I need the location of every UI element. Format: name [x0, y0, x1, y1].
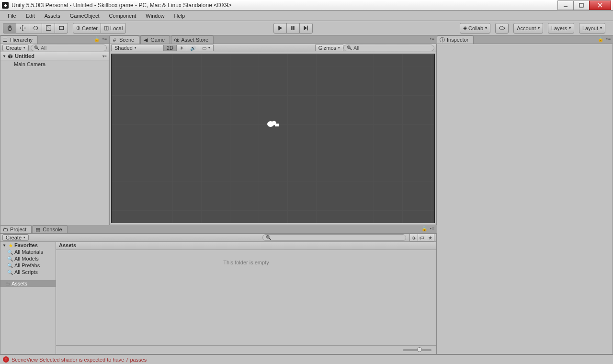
menu-help[interactable]: Help: [169, 11, 190, 20]
rotate-tool-button[interactable]: [29, 23, 42, 34]
fav-all-models[interactable]: 🔍All Models: [0, 255, 56, 262]
icon-size-slider[interactable]: [403, 349, 431, 351]
rect-tool-button[interactable]: [55, 23, 68, 34]
inspector-lock-icon[interactable]: 🔒: [598, 36, 603, 42]
project-panel-menu-icon[interactable]: ▪≡: [430, 226, 435, 231]
pivot-center-button[interactable]: ⊕ Center: [73, 23, 101, 34]
inspector-panel: [437, 44, 613, 354]
step-button[interactable]: [299, 23, 313, 34]
unity-scene-icon: [8, 54, 13, 59]
scene-panel-menu-icon[interactable]: ▪≡: [430, 36, 435, 41]
filter-by-type-button[interactable]: ⬗: [409, 234, 418, 241]
search-icon: 🔍: [7, 270, 13, 275]
lighting-toggle[interactable]: ☀: [176, 45, 187, 51]
menu-gameobject[interactable]: GameObject: [65, 11, 104, 20]
menu-file[interactable]: File: [3, 11, 21, 20]
fx-dropdown[interactable]: ▭: [199, 45, 214, 51]
scene-search-input[interactable]: All: [343, 45, 434, 51]
menu-window[interactable]: Window: [141, 11, 169, 20]
menu-bar: File Edit Assets GameObject Component Wi…: [0, 11, 613, 21]
project-search-input[interactable]: [262, 234, 406, 241]
cloud-button[interactable]: [495, 23, 509, 34]
project-tabstrip: 🗀Project ▤Console 🔒▪≡: [0, 225, 437, 233]
menu-edit[interactable]: Edit: [21, 11, 40, 20]
lock-icon[interactable]: 🔒: [94, 36, 100, 42]
console-icon: ▤: [35, 227, 41, 232]
play-button[interactable]: [273, 23, 287, 34]
project-breadcrumb[interactable]: Assets: [56, 242, 436, 250]
inspector-tab[interactable]: ⓘInspector: [437, 35, 474, 44]
hierarchy-create-dropdown[interactable]: Create: [2, 45, 29, 51]
status-bar[interactable]: ! SceneView Selected shader is expected …: [0, 354, 613, 364]
game-tab[interactable]: ◀Game: [140, 35, 170, 44]
fav-all-scripts[interactable]: 🔍All Scripts: [0, 269, 56, 275]
panel-menu-icon[interactable]: ▪≡: [102, 36, 107, 42]
pivot-local-button[interactable]: ◫ Local: [101, 23, 126, 34]
layers-dropdown[interactable]: Layers: [548, 23, 574, 34]
hand-tool-button[interactable]: [3, 23, 16, 34]
project-footer: [56, 345, 436, 354]
window-title: Unity 5.5.0f3 Personal - Untitled - Skil…: [11, 2, 558, 9]
project-icon: 🗀: [2, 227, 8, 232]
hierarchy-icon: ☰: [2, 37, 8, 43]
move-tool-button[interactable]: [16, 23, 29, 34]
scene-name: Untitled: [15, 53, 34, 59]
maximize-button[interactable]: [573, 0, 590, 10]
menu-component[interactable]: Component: [104, 11, 141, 20]
search-icon: 🔍: [7, 263, 13, 268]
console-tab[interactable]: ▤Console: [33, 225, 67, 233]
2d-toggle[interactable]: 2D: [163, 45, 177, 51]
audio-toggle[interactable]: 🔊: [187, 45, 199, 51]
scene-root[interactable]: Untitled ▾≡: [0, 52, 109, 60]
empty-folder-label: This folder is empty: [56, 250, 436, 345]
svg-rect-1: [579, 3, 583, 7]
project-create-dropdown[interactable]: Create: [2, 234, 29, 241]
inspector-panel-menu-icon[interactable]: ▪≡: [606, 36, 611, 42]
inspector-tabstrip: ⓘInspector 🔒▪≡: [437, 35, 613, 44]
minimize-button[interactable]: [557, 0, 574, 10]
asset-store-icon: 🛍: [173, 37, 179, 43]
asset-store-tab[interactable]: 🛍Asset Store: [171, 35, 214, 44]
fav-all-prefabs[interactable]: 🔍All Prefabs: [0, 262, 56, 269]
window-titlebar: ◆ Unity 5.5.0f3 Personal - Untitled - Sk…: [0, 0, 613, 11]
assets-folder[interactable]: 🗀Assets: [0, 280, 56, 287]
svg-point-8: [59, 29, 60, 30]
svg-rect-10: [291, 26, 292, 30]
inspector-icon: ⓘ: [439, 37, 445, 43]
hierarchy-tabstrip: ☰Hierarchy 🔒▪≡: [0, 35, 109, 44]
collab-dropdown[interactable]: ◈ Collab: [460, 23, 490, 34]
close-button[interactable]: [589, 0, 611, 10]
menu-assets[interactable]: Assets: [40, 11, 65, 20]
account-dropdown[interactable]: Account: [513, 23, 543, 34]
svg-rect-5: [59, 26, 63, 30]
shading-mode-dropdown[interactable]: Shaded: [111, 45, 164, 51]
favorites-header[interactable]: ★Favorites: [0, 242, 56, 249]
project-lock-icon[interactable]: 🔒: [421, 226, 427, 231]
error-icon: !: [3, 356, 9, 363]
layout-dropdown[interactable]: Layout: [579, 23, 605, 34]
svg-point-7: [63, 26, 64, 27]
hierarchy-item-main-camera[interactable]: Main Camera: [0, 60, 109, 68]
hierarchy-tab[interactable]: ☰Hierarchy: [0, 35, 38, 44]
hierarchy-search-input[interactable]: All: [31, 45, 107, 51]
scene-view-toolbar: Shaded 2D ☀ 🔊 ▭ Gizmos All: [110, 44, 436, 52]
scene-viewport[interactable]: [111, 54, 435, 223]
gizmos-dropdown[interactable]: Gizmos: [315, 45, 343, 51]
filter-by-label-button[interactable]: 🏷: [418, 234, 426, 241]
scene-grid: [112, 54, 434, 223]
scale-tool-button[interactable]: [42, 23, 55, 34]
scene-tabstrip: #Scene ◀Game 🛍Asset Store ▪≡: [109, 35, 437, 44]
folder-icon: 🗀: [5, 281, 10, 286]
main-toolbar: ⊕ Center ◫ Local ◈ Collab Account Layers…: [0, 21, 613, 35]
fav-all-materials[interactable]: 🔍All Materials: [0, 249, 56, 255]
save-search-button[interactable]: ★: [426, 234, 434, 241]
pause-button[interactable]: [286, 23, 300, 34]
scene-panel: Shaded 2D ☀ 🔊 ▭ Gizmos All: [109, 44, 437, 225]
scene-tab[interactable]: #Scene: [109, 35, 139, 44]
search-icon: 🔍: [7, 250, 13, 255]
project-tab[interactable]: 🗀Project: [0, 225, 32, 233]
scene-menu-icon[interactable]: ▾≡: [102, 54, 107, 58]
game-tab-icon: ◀: [143, 37, 148, 43]
camera-gizmo-icon[interactable]: [266, 120, 280, 130]
scene-tab-icon: #: [112, 37, 117, 43]
